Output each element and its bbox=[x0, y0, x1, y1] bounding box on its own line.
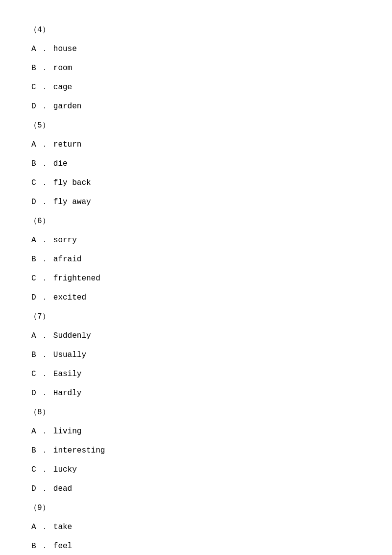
option-q7-c: C ． Easily bbox=[29, 369, 363, 379]
option-q5-b: B ． die bbox=[29, 158, 363, 169]
option-q6-b: B ． afraid bbox=[29, 254, 363, 264]
option-q6-c: C ． frightened bbox=[29, 273, 363, 283]
option-q5-a: A ． return bbox=[29, 139, 363, 150]
option-q5-c: C ． fly back bbox=[29, 177, 363, 188]
question-number-q5: （5） bbox=[29, 120, 363, 130]
option-q5-d: D ． fly away bbox=[29, 197, 363, 207]
option-q7-b: B ． Usually bbox=[29, 350, 363, 360]
option-q4-a: A ． house bbox=[29, 44, 363, 54]
option-q8-c: C ． lucky bbox=[29, 464, 363, 475]
option-q6-a: A ． sorry bbox=[29, 235, 363, 245]
option-q7-d: D ． Hardly bbox=[29, 388, 363, 398]
option-q4-c: C ． cage bbox=[29, 82, 363, 92]
question-number-q4: （4） bbox=[29, 25, 363, 35]
option-q8-b: B ． interesting bbox=[29, 445, 363, 455]
page-content: （4）A ． houseB ． roomC ． cageD ． garden（5… bbox=[0, 0, 392, 555]
option-q6-d: D ． excited bbox=[29, 292, 363, 303]
option-q8-a: A ． living bbox=[29, 426, 363, 436]
option-q9-b: B ． feel bbox=[29, 541, 363, 551]
option-q8-d: D ． dead bbox=[29, 483, 363, 494]
option-q9-a: A ． take bbox=[29, 522, 363, 532]
option-q4-d: D ． garden bbox=[29, 101, 363, 111]
question-number-q6: （6） bbox=[29, 216, 363, 226]
question-number-q8: （8） bbox=[29, 407, 363, 417]
question-number-q9: （9） bbox=[29, 503, 363, 513]
option-q4-b: B ． room bbox=[29, 63, 363, 73]
option-q7-a: A ． Suddenly bbox=[29, 330, 363, 341]
question-number-q7: （7） bbox=[29, 311, 363, 322]
